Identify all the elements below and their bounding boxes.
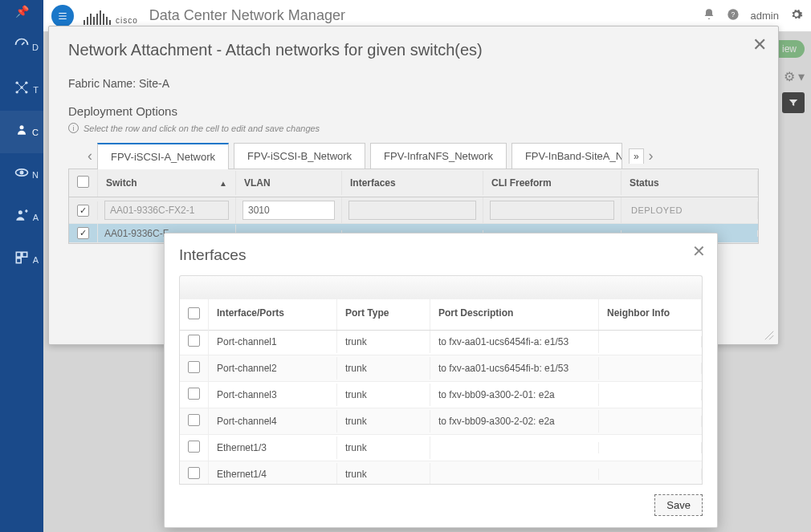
svg-point-5 bbox=[20, 125, 24, 129]
iface-type-cell: trunk bbox=[337, 357, 430, 380]
interface-row[interactable]: Port-channel3trunkto fxv-bb09-a300-2-01:… bbox=[180, 382, 702, 408]
svg-rect-10 bbox=[22, 252, 27, 257]
iface-neigh-cell bbox=[599, 363, 702, 374]
iface-row-checkbox[interactable] bbox=[188, 335, 200, 347]
select-all-checkbox[interactable] bbox=[77, 176, 89, 188]
nav-monitor[interactable]: N bbox=[0, 153, 43, 196]
iface-port-cell: Port-channel2 bbox=[209, 357, 337, 380]
iface-neigh-cell bbox=[599, 416, 702, 427]
attach-grid-header: Switch ▲ VLAN Interfaces CLI Freeform St… bbox=[69, 169, 758, 197]
interfaces-input[interactable] bbox=[348, 201, 476, 220]
iface-neigh-cell bbox=[599, 336, 702, 347]
iface-neigh-cell bbox=[599, 469, 702, 480]
resize-handle-icon[interactable] bbox=[764, 330, 775, 341]
menu-toggle-button[interactable] bbox=[51, 5, 74, 27]
sort-asc-icon: ▲ bbox=[219, 179, 227, 188]
hint-text: i Select the row and click on the cell t… bbox=[68, 123, 759, 133]
iface-port-cell: Port-channel3 bbox=[209, 384, 337, 406]
attach-row-0[interactable]: DEPLOYED bbox=[69, 197, 758, 224]
iface-port-cell: Ethernet1/3 bbox=[209, 437, 337, 459]
close-icon[interactable]: ✕ bbox=[752, 35, 767, 55]
iface-desc-cell: to fxv-aa01-ucs6454fi-a: e1/53 bbox=[430, 331, 599, 353]
iface-row-checkbox[interactable] bbox=[188, 441, 200, 453]
iface-neigh-cell bbox=[599, 389, 702, 400]
tab-network-0[interactable]: FPV-iSCSI-A_Network bbox=[97, 143, 229, 169]
iface-type-cell: trunk bbox=[337, 384, 430, 406]
interface-row[interactable]: Ethernet1/4trunk bbox=[180, 461, 702, 484]
iface-desc-cell: to fxv-bb09-a300-2-01: e2a bbox=[430, 384, 599, 406]
col-port-type[interactable]: Port Type bbox=[337, 299, 430, 330]
nav-applications[interactable]: A bbox=[0, 238, 43, 281]
pin-icon[interactable]: 📌 bbox=[0, 0, 43, 26]
cli-input[interactable] bbox=[490, 201, 614, 220]
cisco-logo: cisco bbox=[84, 7, 138, 25]
vlan-input[interactable] bbox=[242, 201, 335, 220]
iface-desc-cell bbox=[430, 469, 599, 480]
iface-desc-cell: to fxv-bb09-a300-2-02: e2a bbox=[430, 410, 599, 433]
iface-type-cell: trunk bbox=[337, 331, 430, 353]
svg-rect-9 bbox=[16, 252, 21, 257]
dialog-title: Network Attachment - Attach networks for… bbox=[68, 41, 759, 59]
iface-row-checkbox[interactable] bbox=[188, 467, 200, 479]
user-label[interactable]: admin bbox=[751, 10, 779, 22]
info-icon: i bbox=[68, 123, 79, 133]
iface-row-checkbox[interactable] bbox=[188, 414, 200, 426]
nav-topology[interactable]: T bbox=[0, 68, 43, 111]
iface-row-checkbox[interactable] bbox=[188, 361, 200, 373]
close-icon[interactable]: ✕ bbox=[692, 242, 706, 261]
interfaces-title: Interfaces bbox=[179, 246, 703, 264]
interface-row[interactable]: Port-channel2trunkto fxv-aa01-ucs6454fi-… bbox=[180, 355, 702, 382]
col-interfaces[interactable]: Interfaces bbox=[342, 171, 483, 195]
interfaces-body[interactable]: Port-channel1trunkto fxv-aa01-ucs6454fi-… bbox=[180, 329, 702, 484]
tabs-scroll-left-icon[interactable]: ‹ bbox=[83, 148, 97, 164]
status-label: DEPLOYED bbox=[628, 205, 683, 215]
nav-control[interactable]: C bbox=[0, 111, 43, 153]
deployment-options-heading: Deployment Options bbox=[68, 104, 759, 118]
fabric-name-label: Fabric Name: Site-A bbox=[68, 77, 759, 90]
row-checkbox[interactable] bbox=[77, 227, 89, 239]
iface-desc-cell bbox=[430, 442, 599, 453]
tabs-scroll-right-icon[interactable]: › bbox=[644, 148, 658, 164]
switch-name-input bbox=[104, 201, 229, 220]
tab-network-3[interactable]: FPV-InBand-SiteA_N bbox=[511, 143, 622, 169]
notifications-icon[interactable] bbox=[703, 8, 715, 24]
svg-point-7 bbox=[20, 171, 22, 173]
tabs-more-icon[interactable]: » bbox=[629, 148, 644, 164]
svg-text:?: ? bbox=[731, 10, 735, 18]
svg-rect-11 bbox=[16, 258, 21, 263]
iface-port-cell: Port-channel4 bbox=[209, 410, 337, 433]
network-tabs: ‹ FPV-iSCSI-A_Network FPV-iSCSI-B_Networ… bbox=[68, 143, 759, 169]
nav-admin[interactable]: A bbox=[0, 196, 43, 238]
tab-network-2[interactable]: FPV-InfraNFS_Network bbox=[370, 143, 507, 169]
tab-network-1[interactable]: FPV-iSCSI-B_Network bbox=[234, 143, 365, 169]
iface-port-cell: Port-channel1 bbox=[209, 331, 337, 353]
interface-row[interactable]: Ethernet1/3trunk bbox=[180, 435, 702, 461]
interfaces-table: Interface/Ports Port Type Port Descripti… bbox=[179, 299, 703, 485]
iface-type-cell: trunk bbox=[337, 410, 430, 433]
interface-row[interactable]: Port-channel1trunkto fxv-aa01-ucs6454fi-… bbox=[180, 329, 702, 355]
settings-gear-icon[interactable] bbox=[790, 8, 803, 24]
iface-neigh-cell bbox=[599, 442, 702, 453]
interfaces-toolbar bbox=[179, 275, 703, 299]
help-icon[interactable]: ? bbox=[727, 8, 740, 24]
col-port-description[interactable]: Port Description bbox=[430, 299, 599, 330]
col-switch[interactable]: Switch ▲ bbox=[98, 171, 236, 195]
left-nav: 📌 D T C N A A bbox=[0, 0, 43, 532]
app-title: Data Center Network Manager bbox=[149, 7, 345, 24]
col-interface-ports[interactable]: Interface/Ports bbox=[209, 299, 337, 330]
iface-port-cell: Ethernet1/4 bbox=[209, 463, 337, 484]
interfaces-save-button[interactable]: Save bbox=[654, 494, 703, 516]
interface-row[interactable]: Port-channel4trunkto fxv-bb09-a300-2-02:… bbox=[180, 408, 702, 435]
iface-select-all-checkbox[interactable] bbox=[188, 307, 200, 319]
col-status[interactable]: Status bbox=[621, 171, 758, 195]
iface-desc-cell: to fxv-aa01-ucs6454fi-b: e1/53 bbox=[430, 357, 599, 380]
svg-point-8 bbox=[18, 210, 22, 214]
row-checkbox[interactable] bbox=[77, 205, 89, 217]
nav-dashboard[interactable]: D bbox=[0, 26, 43, 68]
col-cli-freeform[interactable]: CLI Freeform bbox=[483, 171, 621, 195]
iface-type-cell: trunk bbox=[337, 437, 430, 459]
iface-row-checkbox[interactable] bbox=[188, 388, 200, 400]
col-neighbor-info[interactable]: Neighbor Info bbox=[599, 299, 702, 330]
col-vlan[interactable]: VLAN bbox=[236, 171, 342, 195]
iface-type-cell: trunk bbox=[337, 463, 430, 484]
